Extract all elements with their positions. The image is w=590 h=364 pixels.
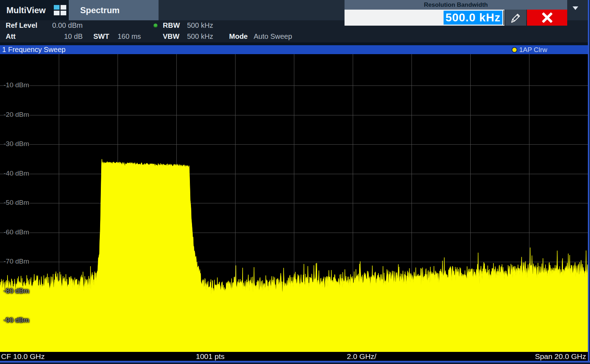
rbw-input-selected-text[interactable]: 500.0 kHz [444, 11, 502, 25]
close-button[interactable] [527, 10, 567, 26]
popup-title: Resolution Bandwidth [345, 0, 567, 10]
att-label[interactable]: Att [6, 32, 16, 41]
ref-level-value[interactable]: 0.00 dBm [43, 21, 83, 30]
trace-legend-label: 1AP Clrw [519, 46, 547, 54]
tab-multiview[interactable]: MultiView [0, 0, 60, 20]
pencil-icon [510, 12, 522, 24]
vbw-label[interactable]: VBW [163, 32, 180, 41]
span-readout[interactable]: Span 20.0 GHz [535, 352, 586, 361]
y-axis-tick-label: -50 dBm [4, 199, 29, 207]
rbw-status-led-icon [154, 24, 157, 27]
y-axis-tick-label: -40 dBm [4, 170, 29, 177]
y-axis-tick-label: -70 dBm [4, 258, 29, 265]
trace-legend[interactable]: 1AP Clrw [512, 45, 547, 54]
y-axis-tick-label: -60 dBm [4, 228, 29, 236]
scale-per-division-readout[interactable]: 2.0 GHz/ [347, 352, 377, 361]
tab-spectrum[interactable]: Spectrum [69, 0, 159, 20]
divider-strip [0, 42, 590, 45]
footer-readout-bar: CF 10.0 GHz 1001 pts 2.0 GHz/ Span 20.0 … [0, 352, 590, 361]
plot-area[interactable]: -10 dBm-20 dBm-30 dBm-40 dBm-50 dBm-60 d… [0, 54, 588, 352]
text-caret [503, 10, 504, 25]
measurement-window-header: 1 Frequency Sweep 1AP Clrw [0, 45, 590, 54]
resolution-bandwidth-popup: Resolution Bandwidth 500.0 kHz [345, 0, 567, 26]
vbw-value[interactable]: 500 kHz [187, 32, 213, 41]
chevron-down-icon[interactable] [573, 6, 578, 10]
multiview-grid-icon[interactable] [54, 5, 66, 15]
y-axis-tick-label: -80 dBm [4, 287, 29, 295]
edit-button[interactable] [505, 10, 526, 26]
rbw-label[interactable]: RBW [163, 21, 180, 30]
rbw-value[interactable]: 500 kHz [187, 21, 213, 30]
spectrum-analyzer-window: MultiView Spectrum Ref Level 0.00 dBm RB… [0, 0, 590, 364]
y-axis-tick-label: -30 dBm [4, 140, 29, 148]
window-title: 1 Frequency Sweep [2, 45, 66, 54]
swt-value[interactable]: 160 ms [118, 32, 141, 41]
mode-value[interactable]: Auto Sweep [254, 32, 292, 41]
swt-label[interactable]: SWT [93, 32, 109, 41]
sweep-points-readout[interactable]: 1001 pts [196, 352, 225, 361]
att-value[interactable]: 10 dB [43, 32, 83, 41]
y-axis-tick-label: -90 dBm [4, 316, 29, 324]
rbw-input[interactable]: 500.0 kHz [345, 10, 504, 26]
center-frequency-readout[interactable]: CF 10.0 GHz [1, 352, 45, 361]
y-axis-tick-label: -10 dBm [4, 81, 29, 89]
trace-color-dot-icon [512, 48, 517, 52]
mode-label[interactable]: Mode [229, 32, 248, 41]
spectrum-trace [0, 159, 588, 352]
ref-level-label[interactable]: Ref Level [6, 21, 37, 30]
y-axis-tick-label: -20 dBm [4, 111, 29, 119]
